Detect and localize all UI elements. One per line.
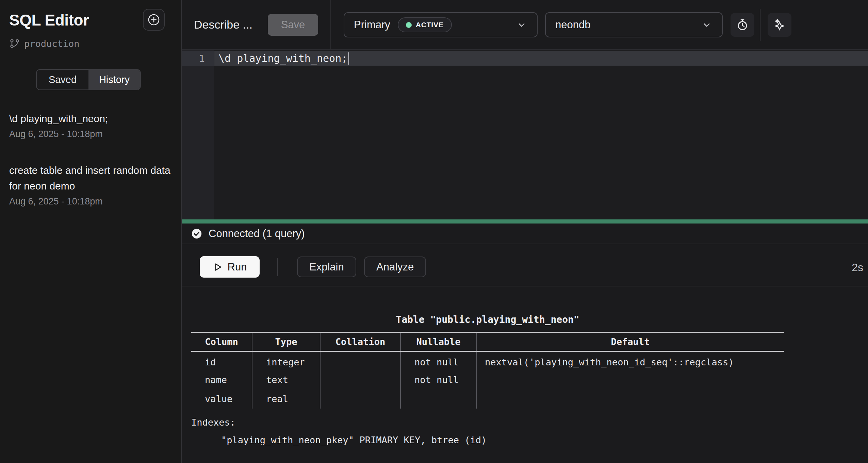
query-timer-button[interactable]: [731, 13, 754, 37]
editor-gutter: [182, 50, 214, 219]
col-header: Type: [252, 332, 320, 351]
table-row: name text not null: [191, 370, 784, 390]
history-item-timestamp: Aug 6, 2025 - 10:18pm: [9, 127, 172, 141]
query-title: Describe ...: [194, 18, 252, 31]
sparkles-icon: [773, 18, 786, 32]
col-header: Default: [476, 332, 784, 351]
code-text: \d playing_with_neon;: [218, 52, 347, 64]
index-definition: "playing_with_neon_pkey" PRIMARY KEY, bt…: [191, 431, 487, 449]
git-branch-icon: [9, 38, 20, 49]
result-table-title: Table "public.playing_with_neon": [191, 314, 784, 325]
cell-type: text: [252, 370, 320, 390]
cell-type: integer: [252, 351, 320, 370]
ai-assist-button[interactable]: [768, 13, 791, 37]
database-select-value: neondb: [555, 19, 590, 31]
describe-table: Column Type Collation Nullable Default i…: [191, 332, 784, 409]
toolbar-divider: [330, 0, 331, 50]
cell-column: name: [191, 370, 252, 390]
indexes-block: Indexes: "playing_with_neon_pkey" PRIMAR…: [191, 414, 487, 449]
explain-button[interactable]: Explain: [297, 257, 356, 277]
history-item-title: \d playing_with_neon;: [9, 111, 172, 127]
branch-select[interactable]: Primary ACTIVE: [344, 12, 538, 37]
plus-circle-icon: [147, 13, 161, 27]
branch-select-value: Primary: [354, 19, 390, 31]
sql-editor-app: SQL Editor production: [0, 0, 868, 463]
page-title: SQL Editor: [9, 11, 89, 29]
connection-status-text: Connected (1 query): [209, 228, 305, 240]
cell-nullable: not null: [400, 370, 476, 390]
cell-column: value: [191, 390, 252, 409]
active-dot-icon: [406, 22, 412, 28]
code-line[interactable]: \d playing_with_neon;: [214, 51, 868, 66]
query-duration: 2s: [852, 261, 863, 274]
main-panel: Describe ... Save Primary ACTIVE neondb: [182, 0, 868, 463]
cell-default: [476, 370, 784, 390]
line-number-cell: 1: [182, 51, 214, 66]
sidebar: SQL Editor production: [0, 0, 181, 463]
toolbar-divider: [760, 9, 760, 41]
stopwatch-icon: [736, 18, 749, 31]
check-circle-icon: [191, 228, 202, 239]
tab-saved[interactable]: Saved: [37, 70, 88, 89]
tab-history[interactable]: History: [88, 70, 140, 89]
cell-default: [476, 390, 784, 409]
table-row: id integer not null nextval('playing_wit…: [191, 351, 784, 370]
history-item[interactable]: \d playing_with_neon; Aug 6, 2025 - 10:1…: [9, 111, 172, 141]
col-header: Collation: [320, 332, 400, 351]
history-item-title: create table and insert random data for …: [9, 163, 172, 194]
chevron-down-icon: [701, 19, 713, 31]
cell-default: nextval('playing_with_neon_id_seq'::regc…: [476, 351, 784, 370]
cell-type: real: [252, 390, 320, 409]
new-query-button[interactable]: [143, 9, 165, 31]
run-button[interactable]: Run: [200, 256, 260, 278]
cell-collation: [320, 390, 400, 409]
col-header: Column: [191, 332, 252, 351]
cell-collation: [320, 370, 400, 390]
table-row: value real: [191, 390, 784, 409]
chevron-down-icon: [516, 19, 527, 31]
history-item[interactable]: create table and insert random data for …: [9, 163, 172, 208]
editor-active-line[interactable]: 1 \d playing_with_neon;: [182, 51, 868, 66]
table-header-row: Column Type Collation Nullable Default: [191, 332, 784, 351]
actions-row: Run Explain Analyze 2s: [182, 244, 868, 286]
indexes-label: Indexes:: [191, 414, 487, 431]
panel-resize-handle[interactable]: [182, 219, 868, 224]
play-icon: [213, 262, 223, 272]
editor-toolbar: Describe ... Save Primary ACTIVE neondb: [182, 0, 868, 50]
cell-nullable: not null: [400, 351, 476, 370]
save-button[interactable]: Save: [268, 14, 318, 36]
actions-divider: [277, 258, 278, 276]
col-header: Nullable: [400, 332, 476, 351]
cell-column: id: [191, 351, 252, 370]
saved-history-toggle: Saved History: [36, 69, 141, 90]
status-badge: ACTIVE: [398, 17, 452, 32]
cell-collation: [320, 351, 400, 370]
cell-nullable: [400, 390, 476, 409]
status-badge-label: ACTIVE: [416, 21, 444, 29]
line-number: 1: [199, 53, 205, 64]
history-item-timestamp: Aug 6, 2025 - 10:18pm: [9, 195, 172, 208]
connection-status-bar: Connected (1 query): [182, 224, 868, 244]
branch-name: production: [24, 38, 80, 49]
branch-indicator: production: [9, 38, 80, 49]
database-select[interactable]: neondb: [545, 12, 723, 37]
run-button-label: Run: [228, 261, 247, 273]
analyze-button[interactable]: Analyze: [364, 257, 426, 277]
text-cursor: [348, 52, 349, 65]
query-results: Table "public.playing_with_neon" Column …: [182, 286, 868, 463]
sql-code-editor[interactable]: 1 \d playing_with_neon;: [182, 50, 868, 219]
